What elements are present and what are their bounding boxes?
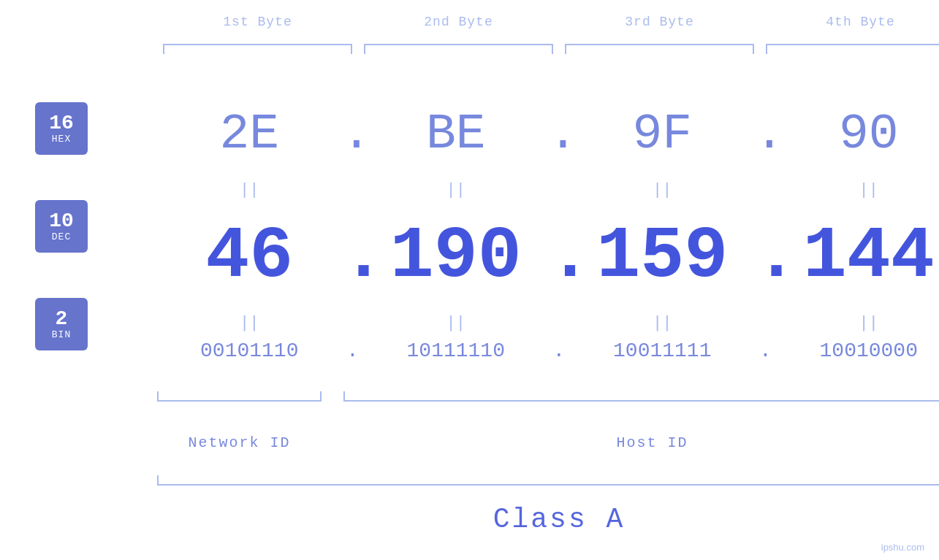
equals-row-1: || || || ||: [157, 181, 939, 199]
hex-val-2: BE: [364, 106, 549, 162]
bracket-seg-1: [163, 44, 352, 58]
byte-header-2: 2nd Byte: [424, 15, 493, 29]
equals-row-2: || || || ||: [157, 312, 939, 331]
dot-sep-2: .: [548, 106, 570, 162]
bracket-seg-3: [565, 44, 754, 58]
dot-sep-3: .: [755, 106, 777, 162]
hex-row: 2E . BE . 9F . 90: [157, 106, 939, 162]
eq2-3: ||: [570, 312, 755, 331]
eq1-3: ||: [570, 181, 755, 199]
byte-headers: 1st Byte 2nd Byte 3rd Byte 4th Byte: [157, 15, 939, 29]
dec-val-4: 144: [777, 215, 940, 298]
hex-val-3: 9F: [570, 106, 755, 162]
main-container: 16 HEX 10 DEC 2 BIN 1st Byte 2nd Byte 3r…: [0, 0, 939, 560]
hex-badge-label: HEX: [52, 134, 71, 145]
byte-header-4: 4th Byte: [826, 15, 894, 29]
dec-val-1: 46: [157, 215, 342, 298]
bin-val-4: 10010000: [777, 340, 940, 362]
byte-header-1: 1st Byte: [223, 15, 292, 29]
host-id-label: Host ID: [343, 434, 939, 451]
bracket-seg-4: [766, 44, 939, 58]
eq2-2: ||: [364, 312, 549, 331]
bin-val-2: 10111110: [364, 340, 549, 362]
bin-row: 00101110 . 10111110 . 10011111 . 1001000…: [157, 340, 939, 362]
dec-badge: 10 DEC: [35, 200, 88, 253]
dot-dec-2: .: [548, 215, 570, 298]
label-row: Network ID Host ID: [157, 434, 939, 451]
byte-col-4: 4th Byte: [760, 15, 939, 29]
dec-badge-number: 10: [49, 211, 74, 231]
bracket-seg-2: [364, 44, 553, 58]
dot-dec-1: .: [342, 215, 364, 298]
top-brackets: [157, 44, 939, 58]
eq2-1: ||: [157, 312, 342, 331]
dot-dec-3: .: [755, 215, 777, 298]
dec-row: 46 . 190 . 159 . 144: [157, 215, 939, 298]
eq1-4: ||: [777, 181, 940, 199]
eq1-2: ||: [364, 181, 549, 199]
badge-column: 16 HEX 10 DEC 2 BIN: [35, 102, 88, 350]
byte-col-1: 1st Byte: [157, 15, 358, 29]
dot-bin-2: .: [548, 340, 570, 362]
hex-val-1: 2E: [157, 106, 342, 162]
network-id-label: Network ID: [157, 434, 322, 451]
watermark: ipshu.com: [881, 542, 924, 553]
bin-val-1: 00101110: [157, 340, 342, 362]
eq2-4: ||: [777, 312, 940, 331]
bin-badge-label: BIN: [52, 329, 71, 340]
dec-badge-label: DEC: [52, 231, 71, 242]
byte-col-3: 3rd Byte: [559, 15, 760, 29]
hex-badge-number: 16: [49, 113, 74, 134]
eq1-1: ||: [157, 181, 342, 199]
dot-bin-3: .: [755, 340, 777, 362]
class-label: Class A: [157, 504, 939, 535]
hex-val-4: 90: [777, 106, 940, 162]
bin-badge: 2 BIN: [35, 298, 88, 350]
dot-sep-1: .: [342, 106, 364, 162]
byte-col-2: 2nd Byte: [358, 15, 559, 29]
dot-bin-1: .: [342, 340, 364, 362]
bin-val-3: 10011111: [570, 340, 755, 362]
dec-val-3: 159: [570, 215, 755, 298]
hex-badge: 16 HEX: [35, 102, 88, 155]
class-bracket: [157, 471, 939, 486]
content-area: 1st Byte 2nd Byte 3rd Byte 4th Byte 2E .…: [106, 0, 939, 560]
dec-val-2: 190: [364, 215, 549, 298]
bin-badge-number: 2: [56, 309, 68, 329]
byte-header-3: 3rd Byte: [625, 15, 693, 29]
